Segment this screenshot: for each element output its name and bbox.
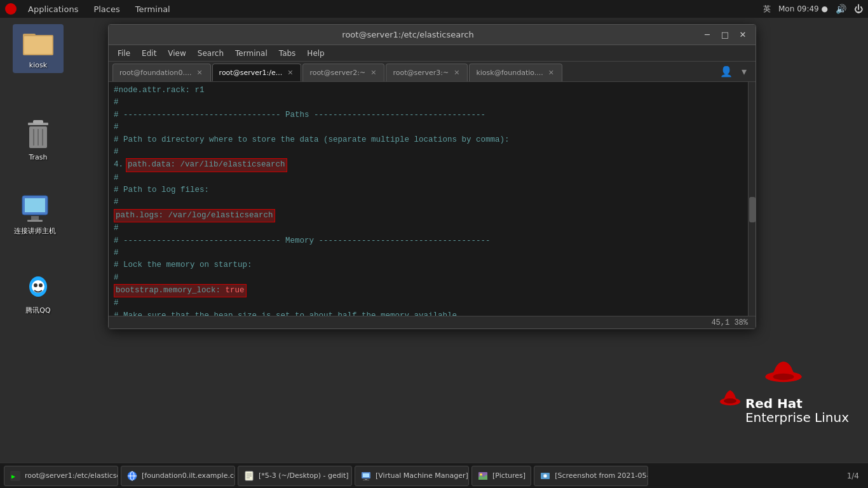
taskbar-screenshot[interactable]: [Screenshot from 2021-05-... bbox=[534, 466, 648, 486]
code-line-14: # bbox=[114, 247, 743, 259]
taskbar-gedit-icon bbox=[243, 470, 255, 482]
volume-icon[interactable]: 🔊 bbox=[836, 4, 846, 14]
menu-file[interactable]: File bbox=[112, 48, 135, 59]
svg-rect-10 bbox=[25, 198, 45, 212]
redhat-brand-icon bbox=[719, 385, 742, 411]
tab-foundation0[interactable]: root@foundation0.... ✕ bbox=[112, 64, 211, 81]
qq-icon bbox=[23, 273, 53, 303]
terminal-text[interactable]: #node.attr.rack: r1 # # ----------------… bbox=[109, 82, 748, 316]
qq-label: 腾讯QQ bbox=[25, 306, 50, 315]
places-menu[interactable]: Places bbox=[87, 3, 126, 15]
path-logs-line: path.logs: /var/log/elasticsearch bbox=[114, 209, 275, 222]
svg-rect-11 bbox=[31, 216, 39, 220]
close-button[interactable]: ✕ bbox=[736, 29, 749, 41]
title-bar: root@server1:/etc/elasticsearch ─ □ ✕ bbox=[109, 25, 756, 45]
redhat-hat-icon bbox=[764, 356, 803, 385]
code-line-13: # --------------------------------- Memo… bbox=[114, 235, 743, 247]
code-line-11: path.logs: /var/log/elasticsearch bbox=[114, 209, 743, 222]
desktop-icon-connect[interactable]: 连接讲师主机 bbox=[10, 189, 60, 240]
tab-server1[interactable]: root@server1:/e... ✕ bbox=[212, 64, 302, 81]
svg-rect-4 bbox=[33, 120, 43, 124]
code-line-4: # bbox=[114, 121, 743, 133]
taskbar-pictures[interactable]: [Pictures] bbox=[471, 466, 531, 486]
desktop-icon-trash[interactable]: Trash bbox=[13, 116, 64, 165]
page-indicator: 1/4 bbox=[842, 471, 864, 480]
taskbar-pictures-icon bbox=[477, 470, 489, 482]
language-indicator: 英 bbox=[763, 4, 771, 15]
svg-point-30 bbox=[773, 374, 794, 381]
menu-tabs[interactable]: Tabs bbox=[274, 48, 301, 59]
tab-profile-icon[interactable]: 👤 bbox=[717, 65, 735, 78]
terminal-status-bar: 45,1 38% bbox=[109, 316, 756, 329]
trash-label: Trash bbox=[29, 153, 47, 161]
kiosk-label: kiosk bbox=[29, 61, 47, 69]
taskbar-terminal[interactable]: ▶ root@server1:/etc/elasticse... bbox=[4, 466, 118, 486]
svg-point-14 bbox=[32, 280, 44, 293]
taskbar-screenshot-icon bbox=[539, 470, 551, 482]
svg-point-16 bbox=[39, 283, 43, 287]
scrollbar[interactable] bbox=[748, 82, 756, 316]
taskbar-vm-icon bbox=[360, 470, 372, 482]
svg-rect-43 bbox=[363, 473, 369, 477]
taskbar-pictures-label: [Pictures] bbox=[492, 471, 526, 480]
tab3-close[interactable]: ✕ bbox=[369, 69, 377, 77]
taskbar-web-icon bbox=[126, 470, 138, 482]
path-data-line: path.data: /var/lib/elasticsearch bbox=[126, 158, 287, 172]
taskbar-foundation-label: [foundation0.ilt.example.co... bbox=[142, 471, 235, 480]
cursor-position: 45,1 38% bbox=[711, 318, 748, 327]
bootstrap-line: bootstrap.memory_lock: true bbox=[114, 284, 247, 297]
svg-rect-12 bbox=[27, 220, 43, 222]
code-line-3: # --------------------------------- Path… bbox=[114, 109, 743, 121]
tab5-close[interactable]: ✕ bbox=[547, 69, 555, 77]
svg-rect-2 bbox=[24, 36, 52, 54]
redhat-text: Red Hat bbox=[745, 396, 849, 410]
menu-search[interactable]: Search bbox=[193, 48, 229, 59]
menu-help[interactable]: Help bbox=[302, 48, 329, 59]
applications-menu[interactable]: Applications bbox=[22, 3, 85, 15]
code-line-8: # bbox=[114, 172, 743, 184]
terminal-content[interactable]: #node.attr.rack: r1 # # ----------------… bbox=[109, 82, 756, 316]
taskbar-virt-manager[interactable]: [Virtual Machine Manager] bbox=[355, 466, 469, 486]
tab1-label: root@foundation0.... bbox=[119, 69, 191, 77]
window-title: root@server1:/etc/elasticsearch bbox=[115, 30, 701, 39]
tab-dropdown-icon[interactable]: ▾ bbox=[736, 65, 752, 78]
taskbar-foundation[interactable]: [foundation0.ilt.example.co... bbox=[121, 466, 235, 486]
tab4-label: root@server3:~ bbox=[393, 69, 449, 77]
tab-server3[interactable]: root@server3:~ ✕ bbox=[386, 64, 468, 81]
svg-point-32 bbox=[724, 398, 736, 403]
clock: Mon 09:49 ● bbox=[778, 4, 828, 13]
code-line-7: 4.path.data: /var/lib/elasticsearch bbox=[114, 158, 743, 172]
code-line-12: # bbox=[114, 222, 743, 234]
svg-point-50 bbox=[544, 475, 546, 477]
tab-server2[interactable]: root@server2:~ ✕ bbox=[302, 64, 384, 81]
code-line-16: # bbox=[114, 272, 743, 284]
window-controls: ─ □ ✕ bbox=[701, 29, 749, 41]
power-icon[interactable]: ⏻ bbox=[854, 4, 863, 14]
desktop-icon-kiosk[interactable]: kiosk bbox=[13, 24, 64, 73]
tab2-label: root@server1:/e... bbox=[219, 69, 283, 77]
tab2-close[interactable]: ✕ bbox=[286, 69, 294, 77]
taskbar: ▶ root@server1:/etc/elasticse... [founda… bbox=[0, 463, 868, 488]
connect-label: 连接讲师主机 bbox=[14, 226, 56, 236]
trash-icon bbox=[23, 120, 53, 151]
tab-kiosk[interactable]: kiosk@foundatio.... ✕ bbox=[469, 64, 562, 81]
menu-terminal[interactable]: Terminal bbox=[230, 48, 273, 59]
menu-edit[interactable]: Edit bbox=[137, 48, 161, 59]
code-line-2: # bbox=[114, 97, 743, 109]
maximize-button[interactable]: □ bbox=[719, 29, 731, 41]
taskbar-gedit[interactable]: [*5-3 (~/Desktop) - gedit] bbox=[238, 466, 352, 486]
tab1-close[interactable]: ✕ bbox=[195, 69, 203, 77]
terminal-menu-bar: File Edit View Search Terminal Tabs Help bbox=[109, 45, 756, 62]
top-bar-left: Applications Places Terminal bbox=[5, 3, 177, 15]
desktop-icon-qq[interactable]: 腾讯QQ bbox=[13, 269, 64, 319]
svg-rect-45 bbox=[363, 480, 369, 480]
menu-view[interactable]: View bbox=[163, 48, 191, 59]
tab4-close[interactable]: ✕ bbox=[452, 69, 461, 77]
code-line-6: # bbox=[114, 146, 743, 158]
code-line-9: # Path to log files: bbox=[114, 184, 743, 196]
minimize-button[interactable]: ─ bbox=[701, 29, 714, 41]
terminal-menu[interactable]: Terminal bbox=[129, 3, 177, 15]
svg-point-15 bbox=[34, 283, 37, 287]
terminal-window: root@server1:/etc/elasticsearch ─ □ ✕ Fi… bbox=[108, 24, 756, 329]
scrollbar-thumb[interactable] bbox=[749, 197, 756, 222]
